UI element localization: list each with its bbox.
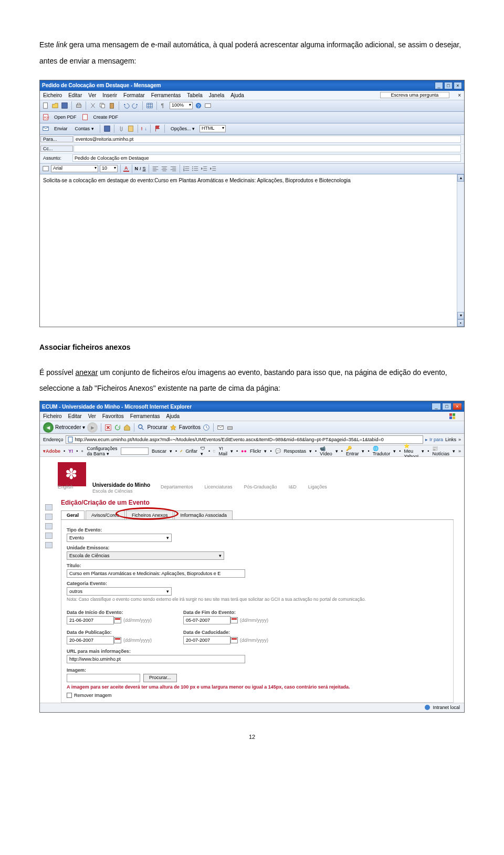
cut-icon[interactable] — [89, 102, 97, 109]
enviar-button[interactable]: Enviar — [51, 125, 70, 132]
refresh-icon[interactable] — [114, 424, 121, 431]
tab-ficheiros[interactable]: Ficheiros Anexos — [126, 510, 174, 519]
maximize-button[interactable]: □ — [444, 82, 453, 89]
tab-info[interactable]: Informação Associada — [174, 510, 233, 519]
tab-geral[interactable]: Geral — [61, 510, 85, 519]
para-field[interactable]: eventos@reitoria.uminho.pt — [74, 135, 461, 143]
save-icon-2[interactable] — [103, 125, 111, 132]
undo-icon[interactable] — [122, 102, 130, 109]
font-select[interactable]: Arial — [51, 165, 98, 172]
popup-icon[interactable]: 🛡 ▾ — [201, 446, 205, 456]
scroll-down-icon[interactable]: ▾ — [457, 312, 464, 319]
importance-low-icon[interactable]: ↓ — [145, 126, 148, 131]
cc-field[interactable] — [74, 145, 461, 152]
minimize-button[interactable]: _ — [435, 82, 443, 89]
favoritos-button[interactable]: Favoritos — [179, 424, 201, 430]
address-book-icon[interactable] — [127, 125, 134, 132]
calendar-icon-4[interactable] — [230, 637, 238, 643]
yahoo-search-field[interactable] — [121, 447, 149, 455]
topnav-departamentos[interactable]: Departamentos — [161, 484, 193, 489]
flickr-button[interactable]: Flickr — [250, 449, 261, 454]
adobe-label[interactable]: ▾Adobe — [43, 449, 60, 454]
importance-high-icon[interactable]: ! — [141, 126, 143, 131]
opcoes-button[interactable]: Opções... ▾ — [168, 125, 197, 132]
ie-menu-ver[interactable]: Ver — [88, 413, 96, 419]
help-icon[interactable]: ? — [195, 102, 202, 109]
tipo-select[interactable]: Evento▾ — [67, 534, 172, 542]
assunto-field[interactable]: Pedido de Colocação em Destaque — [72, 154, 461, 162]
attach-icon[interactable] — [118, 125, 125, 132]
underline-button[interactable]: S — [143, 166, 146, 171]
close-button[interactable]: × — [454, 82, 462, 89]
numbered-list-icon[interactable]: 123 — [183, 165, 190, 172]
menu-ferramentas[interactable]: Ferramentas — [151, 92, 181, 98]
links-chevron[interactable]: » — [458, 437, 461, 442]
style-icon[interactable] — [42, 165, 49, 172]
menu-formatar[interactable]: Formatar — [123, 92, 145, 98]
menu-janela[interactable]: Janela — [209, 92, 224, 98]
ie-menu-ferramentas[interactable]: Ferramentas — [130, 413, 160, 419]
bold-button[interactable]: N — [135, 166, 139, 171]
ymail-button[interactable]: Y! Mail — [218, 446, 227, 456]
open-icon[interactable] — [51, 102, 59, 109]
home-icon[interactable] — [123, 424, 131, 431]
video-button[interactable]: 📹 Vídeo — [320, 446, 332, 456]
calendar-icon[interactable] — [114, 617, 121, 623]
history-icon[interactable] — [203, 424, 210, 431]
ie-close-button[interactable]: × — [453, 403, 462, 410]
scrollbar[interactable]: ▴ ▾ • — [457, 174, 464, 327]
stop-icon[interactable] — [104, 424, 112, 431]
ie-maximize-button[interactable]: □ — [442, 403, 452, 410]
zoom-select[interactable]: 100% — [170, 102, 193, 109]
menu-inserir[interactable]: Inserir — [102, 92, 117, 98]
help-search[interactable]: Escreva uma pergunta — [380, 92, 450, 98]
categoria-select[interactable]: outros▾ — [67, 587, 172, 596]
buscar-button[interactable]: Buscar — [152, 449, 166, 454]
menu-close-icon[interactable]: × — [458, 92, 461, 98]
back-button[interactable]: ◄ Retroceder ▾ — [43, 422, 85, 433]
procurar-file-button[interactable]: Procurar... — [143, 674, 177, 682]
imagem-field[interactable] — [67, 674, 140, 682]
ie-menu-editar[interactable]: Editar — [68, 413, 82, 419]
data-pub-field[interactable]: 20-06-2007 — [67, 636, 114, 644]
ie-menu-ajuda[interactable]: Ajuda — [166, 413, 180, 419]
topnav-ligacoes[interactable]: Ligações — [308, 484, 327, 489]
entrar-button[interactable]: 🔑 Entrar — [346, 446, 359, 456]
contas-button[interactable]: Contas ▾ — [72, 125, 97, 132]
side-icon-1[interactable] — [45, 504, 52, 510]
font-color-button[interactable]: A — [123, 165, 129, 172]
menu-ajuda[interactable]: Ajuda — [230, 92, 244, 98]
menu-ficheiro[interactable]: Eicheiro — [43, 92, 62, 98]
indent-icon[interactable] — [209, 165, 217, 172]
scroll-up-icon[interactable]: ▴ — [457, 174, 464, 182]
new-doc-icon[interactable] — [42, 102, 49, 109]
align-center-icon[interactable] — [161, 165, 168, 172]
side-icon-2[interactable] — [45, 514, 52, 520]
cc-button[interactable]: Cc... — [40, 145, 73, 152]
data-inicio-field[interactable]: 21-06-2007 — [67, 616, 114, 624]
ie-menu-favoritos[interactable]: Favoritos — [102, 413, 124, 419]
grifar-button[interactable]: Grifar — [185, 449, 197, 454]
mail-icon[interactable] — [217, 424, 224, 431]
url-field[interactable]: http://www.bio.uminho.pt — [67, 655, 245, 663]
remover-checkbox[interactable] — [67, 693, 72, 698]
create-pdf-button[interactable]: Create PDF — [91, 113, 121, 121]
tab-avisos[interactable]: Avisos/Cores — [86, 510, 125, 519]
print-icon[interactable] — [75, 102, 82, 109]
side-icon-3[interactable] — [45, 523, 52, 529]
yahoo-more[interactable]: » — [458, 449, 461, 454]
topnav-id[interactable]: I&D — [289, 484, 297, 489]
topnav-licenciaturas[interactable]: Licenciaturas — [205, 484, 233, 489]
yahoo-icon[interactable]: Y! — [68, 449, 73, 454]
copy-icon[interactable] — [99, 102, 106, 109]
align-right-icon[interactable] — [170, 165, 177, 172]
calendar-icon-2[interactable] — [230, 617, 238, 623]
address-field[interactable]: http://www.ecum.uminho.pt/Module.aspx?md… — [66, 435, 424, 444]
para-button[interactable]: Para... — [40, 136, 73, 142]
titulo-field[interactable]: Curso em Plantas Aromáticas e Medicinais… — [67, 569, 245, 578]
size-select[interactable]: 10 — [100, 165, 118, 172]
respostas-button[interactable]: Respostas — [284, 449, 307, 454]
go-button[interactable]: ▸ Ir para — [425, 437, 443, 442]
topnav-posgrad[interactable]: Pós-Graduação — [244, 484, 277, 489]
config-button[interactable]: Configurações da Barra ▾ — [87, 446, 118, 456]
